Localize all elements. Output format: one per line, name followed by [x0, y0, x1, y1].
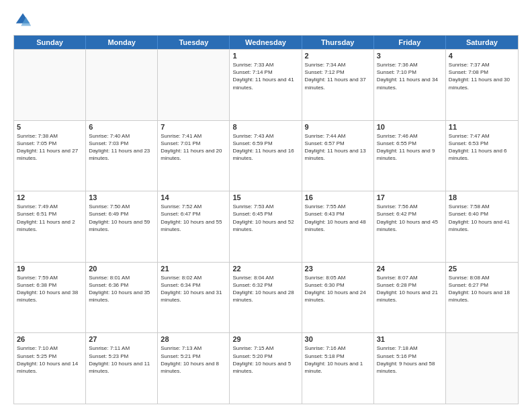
- day-cell-28: 28Sunrise: 7:13 AM Sunset: 5:21 PM Dayli…: [158, 333, 230, 404]
- day-cell-26: 26Sunrise: 7:10 AM Sunset: 5:25 PM Dayli…: [14, 333, 86, 404]
- header-cell-wednesday: Wednesday: [230, 36, 302, 49]
- day-cell-6: 6Sunrise: 7:40 AM Sunset: 7:03 PM Daylig…: [86, 121, 158, 191]
- day-cell-23: 23Sunrise: 8:05 AM Sunset: 6:30 PM Dayli…: [302, 263, 374, 333]
- day-info: Sunrise: 7:10 AM Sunset: 5:25 PM Dayligh…: [17, 345, 83, 375]
- day-info: Sunrise: 7:15 AM Sunset: 5:20 PM Dayligh…: [232, 345, 298, 375]
- week-row-1: 5Sunrise: 7:38 AM Sunset: 7:05 PM Daylig…: [14, 120, 518, 191]
- day-info: Sunrise: 7:40 AM Sunset: 7:03 PM Dayligh…: [89, 132, 154, 163]
- day-info: Sunrise: 7:55 AM Sunset: 6:43 PM Dayligh…: [305, 203, 371, 233]
- empty-cell: [86, 50, 158, 120]
- day-number: 5: [17, 123, 83, 131]
- day-number: 26: [17, 335, 83, 343]
- header-cell-friday: Friday: [374, 36, 446, 49]
- day-info: Sunrise: 7:50 AM Sunset: 6:49 PM Dayligh…: [89, 203, 154, 233]
- day-info: Sunrise: 7:18 AM Sunset: 5:16 PM Dayligh…: [377, 345, 443, 375]
- day-number: 4: [449, 52, 515, 60]
- day-info: Sunrise: 7:13 AM Sunset: 5:21 PM Dayligh…: [161, 345, 226, 375]
- day-number: 19: [17, 265, 83, 273]
- week-row-2: 12Sunrise: 7:49 AM Sunset: 6:51 PM Dayli…: [14, 191, 518, 262]
- day-number: 11: [449, 123, 515, 131]
- day-cell-18: 18Sunrise: 7:58 AM Sunset: 6:40 PM Dayli…: [446, 191, 518, 262]
- day-cell-31: 31Sunrise: 7:18 AM Sunset: 5:16 PM Dayli…: [374, 333, 446, 404]
- day-cell-2: 2Sunrise: 7:34 AM Sunset: 7:12 PM Daylig…: [302, 50, 374, 120]
- day-cell-22: 22Sunrise: 8:04 AM Sunset: 6:32 PM Dayli…: [230, 263, 302, 333]
- day-number: 24: [377, 265, 443, 273]
- day-cell-8: 8Sunrise: 7:43 AM Sunset: 6:59 PM Daylig…: [230, 121, 302, 191]
- day-cell-17: 17Sunrise: 7:56 AM Sunset: 6:42 PM Dayli…: [374, 191, 446, 262]
- day-number: 29: [232, 335, 298, 343]
- day-number: 3: [377, 52, 443, 60]
- day-number: 30: [305, 335, 371, 343]
- day-number: 8: [232, 123, 298, 131]
- day-info: Sunrise: 7:52 AM Sunset: 6:47 PM Dayligh…: [161, 203, 226, 233]
- day-cell-14: 14Sunrise: 7:52 AM Sunset: 6:47 PM Dayli…: [158, 191, 230, 262]
- day-info: Sunrise: 7:46 AM Sunset: 6:55 PM Dayligh…: [377, 132, 443, 163]
- day-info: Sunrise: 8:07 AM Sunset: 6:28 PM Dayligh…: [377, 274, 443, 304]
- day-number: 18: [449, 193, 515, 201]
- day-number: 21: [161, 265, 226, 273]
- day-info: Sunrise: 7:43 AM Sunset: 6:59 PM Dayligh…: [232, 132, 298, 163]
- day-info: Sunrise: 7:59 AM Sunset: 6:38 PM Dayligh…: [17, 274, 83, 304]
- day-cell-13: 13Sunrise: 7:50 AM Sunset: 6:49 PM Dayli…: [86, 191, 158, 262]
- day-info: Sunrise: 8:08 AM Sunset: 6:27 PM Dayligh…: [449, 274, 515, 304]
- day-cell-27: 27Sunrise: 7:11 AM Sunset: 5:23 PM Dayli…: [86, 333, 158, 404]
- day-info: Sunrise: 7:47 AM Sunset: 6:53 PM Dayligh…: [449, 132, 515, 163]
- day-number: 10: [377, 123, 443, 131]
- day-number: 25: [449, 265, 515, 273]
- day-info: Sunrise: 7:49 AM Sunset: 6:51 PM Dayligh…: [17, 203, 83, 233]
- day-info: Sunrise: 7:34 AM Sunset: 7:12 PM Dayligh…: [305, 61, 371, 91]
- day-info: Sunrise: 8:02 AM Sunset: 6:34 PM Dayligh…: [161, 274, 226, 304]
- header-cell-thursday: Thursday: [302, 36, 374, 49]
- day-number: 16: [305, 193, 371, 201]
- day-number: 28: [161, 335, 226, 343]
- day-info: Sunrise: 7:11 AM Sunset: 5:23 PM Dayligh…: [89, 345, 154, 375]
- day-info: Sunrise: 7:53 AM Sunset: 6:45 PM Dayligh…: [232, 203, 298, 233]
- day-cell-4: 4Sunrise: 7:37 AM Sunset: 7:08 PM Daylig…: [446, 50, 518, 120]
- day-cell-7: 7Sunrise: 7:41 AM Sunset: 7:01 PM Daylig…: [158, 121, 230, 191]
- week-row-4: 26Sunrise: 7:10 AM Sunset: 5:25 PM Dayli…: [14, 332, 518, 404]
- calendar-header-row: SundayMondayTuesdayWednesdayThursdayFrid…: [14, 36, 518, 49]
- day-cell-29: 29Sunrise: 7:15 AM Sunset: 5:20 PM Dayli…: [230, 333, 302, 404]
- day-number: 22: [232, 265, 298, 273]
- day-cell-20: 20Sunrise: 8:01 AM Sunset: 6:36 PM Dayli…: [86, 263, 158, 333]
- empty-cell: [14, 50, 86, 120]
- day-info: Sunrise: 7:38 AM Sunset: 7:05 PM Dayligh…: [17, 132, 83, 163]
- day-number: 9: [305, 123, 371, 131]
- day-info: Sunrise: 8:01 AM Sunset: 6:36 PM Dayligh…: [89, 274, 154, 304]
- day-number: 13: [89, 193, 154, 201]
- day-cell-21: 21Sunrise: 8:02 AM Sunset: 6:34 PM Dayli…: [158, 263, 230, 333]
- day-number: 17: [377, 193, 443, 201]
- day-cell-16: 16Sunrise: 7:55 AM Sunset: 6:43 PM Dayli…: [302, 191, 374, 262]
- day-cell-11: 11Sunrise: 7:47 AM Sunset: 6:53 PM Dayli…: [446, 121, 518, 191]
- day-number: 27: [89, 335, 154, 343]
- day-info: Sunrise: 8:04 AM Sunset: 6:32 PM Dayligh…: [232, 274, 298, 304]
- logo-icon: [13, 11, 32, 30]
- day-cell-15: 15Sunrise: 7:53 AM Sunset: 6:45 PM Dayli…: [230, 191, 302, 262]
- day-cell-19: 19Sunrise: 7:59 AM Sunset: 6:38 PM Dayli…: [14, 263, 86, 333]
- day-cell-9: 9Sunrise: 7:44 AM Sunset: 6:57 PM Daylig…: [302, 121, 374, 191]
- header: [13, 11, 519, 30]
- day-number: 23: [305, 265, 371, 273]
- week-row-3: 19Sunrise: 7:59 AM Sunset: 6:38 PM Dayli…: [14, 262, 518, 333]
- day-cell-10: 10Sunrise: 7:46 AM Sunset: 6:55 PM Dayli…: [374, 121, 446, 191]
- day-info: Sunrise: 7:36 AM Sunset: 7:10 PM Dayligh…: [377, 61, 443, 91]
- day-number: 2: [305, 52, 371, 60]
- day-cell-24: 24Sunrise: 8:07 AM Sunset: 6:28 PM Dayli…: [374, 263, 446, 333]
- logo: [13, 11, 35, 30]
- calendar-body: 1Sunrise: 7:33 AM Sunset: 7:14 PM Daylig…: [14, 49, 518, 404]
- empty-cell: [158, 50, 230, 120]
- day-info: Sunrise: 7:44 AM Sunset: 6:57 PM Dayligh…: [305, 132, 371, 163]
- day-cell-5: 5Sunrise: 7:38 AM Sunset: 7:05 PM Daylig…: [14, 121, 86, 191]
- day-number: 1: [232, 52, 298, 60]
- header-cell-monday: Monday: [86, 36, 158, 49]
- day-cell-30: 30Sunrise: 7:16 AM Sunset: 5:18 PM Dayli…: [302, 333, 374, 404]
- day-cell-25: 25Sunrise: 8:08 AM Sunset: 6:27 PM Dayli…: [446, 263, 518, 333]
- calendar: SundayMondayTuesdayWednesdayThursdayFrid…: [13, 35, 519, 404]
- day-info: Sunrise: 8:05 AM Sunset: 6:30 PM Dayligh…: [305, 274, 371, 304]
- day-info: Sunrise: 7:33 AM Sunset: 7:14 PM Dayligh…: [232, 61, 298, 91]
- day-info: Sunrise: 7:58 AM Sunset: 6:40 PM Dayligh…: [449, 203, 515, 233]
- week-row-0: 1Sunrise: 7:33 AM Sunset: 7:14 PM Daylig…: [14, 49, 518, 120]
- day-cell-1: 1Sunrise: 7:33 AM Sunset: 7:14 PM Daylig…: [230, 50, 302, 120]
- empty-cell: [446, 333, 518, 404]
- day-cell-12: 12Sunrise: 7:49 AM Sunset: 6:51 PM Dayli…: [14, 191, 86, 262]
